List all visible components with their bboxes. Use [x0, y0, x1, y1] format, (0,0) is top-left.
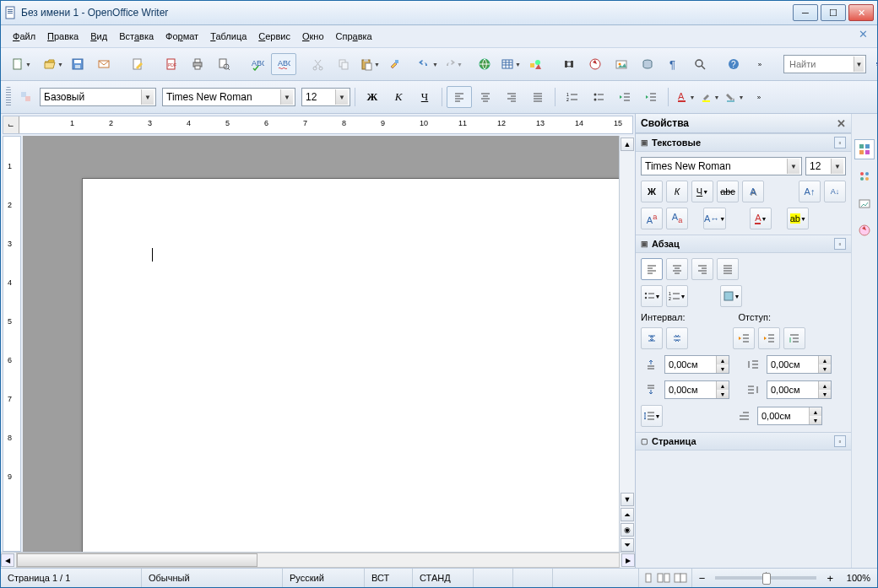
- bold-button[interactable]: Ж: [360, 86, 385, 108]
- sb-grow-font-button[interactable]: A↑: [799, 181, 821, 202]
- sb-numbering-button[interactable]: 12▼: [666, 285, 688, 307]
- sb-dec-spacing-button[interactable]: [666, 327, 688, 349]
- align-justify-button[interactable]: [525, 86, 550, 108]
- scroll-right-icon[interactable]: ▶: [621, 553, 635, 567]
- print-preview-button[interactable]: [211, 53, 236, 75]
- font-name-combo[interactable]: Times New Roman▼: [162, 88, 295, 106]
- undo-button[interactable]: ▼: [415, 53, 439, 75]
- data-sources-button[interactable]: [635, 53, 660, 75]
- sb-subscript-button[interactable]: Aa: [666, 208, 688, 229]
- italic-button[interactable]: К: [386, 86, 411, 108]
- sidebar-close-icon[interactable]: ✕: [837, 117, 846, 130]
- help-button[interactable]: ?: [721, 53, 746, 75]
- numbered-list-button[interactable]: 12: [560, 86, 585, 108]
- zoom-button[interactable]: [687, 53, 713, 75]
- status-style[interactable]: Обычный: [142, 569, 283, 587]
- cut-button[interactable]: [305, 53, 330, 75]
- paragraph-style-combo[interactable]: Базовый▼: [40, 88, 156, 106]
- table-insert-button[interactable]: ▼: [498, 53, 522, 75]
- scroll-left-icon[interactable]: ◀: [1, 553, 14, 567]
- sb-align-justify-button[interactable]: [717, 258, 739, 280]
- find-replace-button[interactable]: [556, 53, 582, 75]
- format-paintbrush-button[interactable]: [382, 53, 407, 75]
- document-close-icon[interactable]: ✕: [859, 28, 870, 40]
- find-input[interactable]: [788, 58, 850, 70]
- menu-help[interactable]: Справка: [331, 30, 377, 43]
- status-insert-mode[interactable]: ВСТ: [365, 569, 413, 587]
- sb-font-color-button[interactable]: A▼: [750, 208, 772, 229]
- underline-button[interactable]: Ч: [412, 86, 437, 108]
- section-paragraph[interactable]: ▣ Абзац ▫: [636, 235, 851, 253]
- sb-align-left-button[interactable]: [641, 258, 663, 280]
- new-document-button[interactable]: ▼: [8, 53, 32, 75]
- email-button[interactable]: [91, 53, 117, 75]
- sb-bold-button[interactable]: Ж: [641, 181, 663, 202]
- increase-indent-button[interactable]: [638, 86, 664, 108]
- nav-object-icon[interactable]: ◉: [621, 523, 634, 537]
- toolbar-grip[interactable]: [6, 87, 11, 107]
- zoom-out-icon[interactable]: −: [699, 572, 706, 585]
- more-options-icon[interactable]: ▫: [834, 137, 846, 148]
- scroll-down-icon[interactable]: ▼: [621, 493, 634, 506]
- collapse-icon[interactable]: ▣: [641, 138, 648, 147]
- zoom-slider[interactable]: [715, 576, 816, 580]
- sb-highlight-button[interactable]: ab▼: [787, 208, 809, 229]
- background-color-button[interactable]: ▼: [722, 86, 745, 108]
- single-page-icon[interactable]: [642, 572, 654, 584]
- status-selection-mode[interactable]: СТАНД: [413, 569, 474, 587]
- sb-font-combo[interactable]: Times New Roman▼: [641, 157, 802, 175]
- horizontal-scrollbar[interactable]: ◀ ▶: [1, 552, 635, 568]
- styles-button[interactable]: [14, 86, 39, 108]
- more-options-icon[interactable]: ▫: [834, 435, 846, 447]
- section-text[interactable]: ▣ Текстовые ▫: [636, 133, 851, 152]
- expand-icon[interactable]: ▢: [641, 437, 648, 445]
- vertical-scrollbar[interactable]: ▲ ▼ ⏶ ◉ ⏷: [619, 136, 635, 552]
- navigator-button[interactable]: [583, 53, 608, 75]
- format-overflow-icon[interactable]: »: [746, 86, 772, 108]
- sb-underline-button[interactable]: Ч▼: [691, 181, 713, 202]
- minimize-button[interactable]: ─: [793, 4, 818, 21]
- close-button[interactable]: ✕: [848, 4, 874, 21]
- paste-button[interactable]: ▼: [357, 53, 381, 75]
- horizontal-ruler[interactable]: ⌙ 123456789101112131415: [3, 116, 633, 134]
- align-center-button[interactable]: [473, 86, 498, 108]
- styles-tab-icon[interactable]: [854, 166, 875, 186]
- menu-insert[interactable]: Вставка: [114, 30, 159, 43]
- collapse-icon[interactable]: ▣: [641, 240, 648, 248]
- highlight-color-button[interactable]: ▼: [697, 86, 721, 108]
- line-spacing-button[interactable]: ▼: [641, 405, 663, 427]
- gallery-button[interactable]: [609, 53, 634, 75]
- navigator-tab-icon[interactable]: [854, 220, 875, 240]
- view-layout-buttons[interactable]: [639, 569, 692, 587]
- more-options-icon[interactable]: ▫: [834, 238, 846, 250]
- sb-inc-spacing-button[interactable]: [641, 327, 663, 349]
- book-view-icon[interactable]: [673, 572, 688, 584]
- hyperlink-button[interactable]: [472, 53, 497, 75]
- edit-file-button[interactable]: [125, 53, 150, 75]
- prev-page-icon[interactable]: ⏶: [621, 508, 634, 521]
- align-right-button[interactable]: [499, 86, 524, 108]
- scroll-up-icon[interactable]: ▲: [621, 138, 634, 151]
- menu-tools[interactable]: Сервис: [253, 30, 295, 43]
- page-viewport[interactable]: [23, 136, 619, 552]
- sb-bgcolor-button[interactable]: ▼: [720, 285, 742, 307]
- sb-hanging-indent-button[interactable]: [783, 327, 805, 349]
- indent-right-input[interactable]: ▲▼: [767, 380, 832, 399]
- decrease-indent-button[interactable]: [612, 86, 637, 108]
- find-combo[interactable]: ▼: [783, 55, 866, 73]
- sb-shadow-button[interactable]: A: [742, 181, 764, 202]
- zoom-value[interactable]: 100%: [837, 573, 870, 583]
- font-color-button[interactable]: A▼: [673, 86, 696, 108]
- sb-superscript-button[interactable]: Aa: [641, 208, 663, 229]
- sb-bullets-button[interactable]: ▼: [641, 285, 663, 307]
- menu-file[interactable]: Файл: [8, 30, 41, 43]
- vertical-ruler[interactable]: 123456789: [3, 136, 21, 552]
- spacing-above-input[interactable]: ▲▼: [664, 355, 729, 374]
- sb-dec-indent-button[interactable]: [758, 327, 780, 349]
- status-language[interactable]: Русский: [283, 569, 365, 587]
- find-next-button[interactable]: [867, 53, 878, 75]
- section-page[interactable]: ▢ Страница ▫: [636, 432, 851, 450]
- spellcheck-button[interactable]: ABC: [245, 53, 270, 75]
- bullet-list-button[interactable]: [586, 86, 611, 108]
- sb-italic-button[interactable]: К: [666, 181, 688, 202]
